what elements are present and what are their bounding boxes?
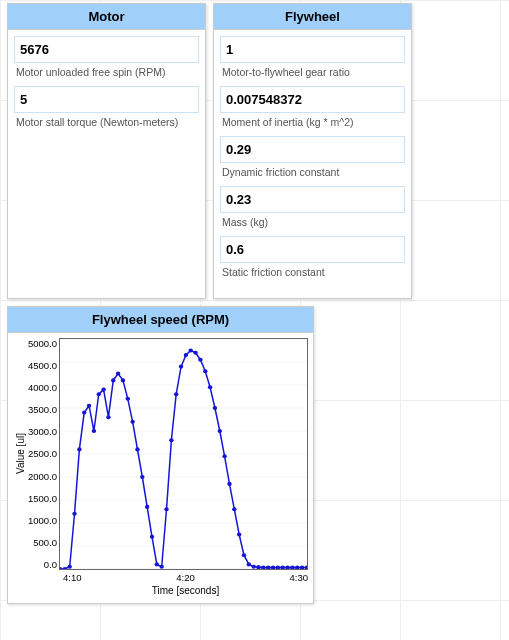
- ytick: 0.0: [44, 559, 57, 570]
- ytick: 500.0: [33, 537, 57, 548]
- svg-point-35: [174, 392, 178, 396]
- svg-point-12: [63, 567, 67, 569]
- panel-flywheel-title: Flywheel: [214, 4, 411, 30]
- svg-point-40: [198, 358, 202, 362]
- input-moment-inertia[interactable]: [220, 86, 405, 113]
- svg-point-30: [150, 535, 154, 539]
- svg-point-42: [208, 385, 212, 389]
- svg-point-34: [169, 438, 173, 442]
- ytick: 3500.0: [28, 404, 57, 415]
- svg-point-11: [60, 567, 62, 569]
- svg-point-15: [77, 447, 81, 451]
- input-dynamic-friction[interactable]: [220, 136, 405, 163]
- input-static-friction[interactable]: [220, 236, 405, 263]
- svg-point-47: [232, 507, 236, 511]
- label-motor-stall-torque: Motor stall torque (Newton-meters): [14, 116, 199, 128]
- chart-title: Flywheel speed (RPM): [8, 307, 313, 333]
- svg-point-41: [203, 369, 207, 373]
- svg-point-18: [92, 429, 96, 433]
- svg-point-36: [179, 365, 183, 369]
- panel-motor-body: Motor unloaded free spin (RPM) Motor sta…: [8, 30, 205, 142]
- svg-point-60: [295, 566, 299, 569]
- svg-point-62: [305, 566, 307, 569]
- input-gear-ratio[interactable]: [220, 36, 405, 63]
- panel-motor-title: Motor: [8, 4, 205, 30]
- svg-point-20: [101, 388, 105, 392]
- chart-bottom: 4:10 4:20 4:30 Time [seconds]: [63, 570, 308, 596]
- field-static-friction: Static friction constant: [220, 236, 405, 278]
- svg-point-59: [290, 566, 294, 569]
- xtick: 4:30: [290, 572, 309, 583]
- chart-svg: [60, 339, 307, 569]
- panel-flywheel-body: Motor-to-flywheel gear ratio Moment of i…: [214, 30, 411, 292]
- svg-point-50: [247, 562, 251, 566]
- field-motor-free-spin: Motor unloaded free spin (RPM): [14, 36, 199, 78]
- svg-point-37: [184, 353, 188, 357]
- ytick: 1500.0: [28, 493, 57, 504]
- svg-point-54: [266, 566, 270, 569]
- svg-point-13: [68, 565, 72, 569]
- svg-point-43: [213, 406, 217, 410]
- svg-point-44: [218, 429, 222, 433]
- svg-point-58: [285, 566, 289, 569]
- field-mass: Mass (kg): [220, 186, 405, 228]
- svg-point-46: [227, 482, 231, 486]
- ytick: 2500.0: [28, 448, 57, 459]
- ytick: 1000.0: [28, 515, 57, 526]
- svg-point-21: [106, 415, 110, 419]
- svg-point-32: [160, 565, 164, 569]
- svg-point-29: [145, 505, 149, 509]
- ytick: 4000.0: [28, 382, 57, 393]
- label-moment-inertia: Moment of inertia (kg * m^2): [220, 116, 405, 128]
- label-dynamic-friction: Dynamic friction constant: [220, 166, 405, 178]
- svg-point-19: [97, 392, 101, 396]
- input-mass[interactable]: [220, 186, 405, 213]
- svg-point-45: [222, 454, 226, 458]
- chart-yticks: 5000.0 4500.0 4000.0 3500.0 3000.0 2500.…: [28, 338, 59, 570]
- svg-point-52: [256, 565, 260, 569]
- svg-point-25: [126, 397, 130, 401]
- label-static-friction: Static friction constant: [220, 266, 405, 278]
- label-motor-free-spin: Motor unloaded free spin (RPM): [14, 66, 199, 78]
- svg-point-28: [140, 475, 144, 479]
- svg-point-24: [121, 378, 125, 382]
- field-dynamic-friction: Dynamic friction constant: [220, 136, 405, 178]
- svg-point-39: [193, 351, 197, 355]
- label-mass: Mass (kg): [220, 216, 405, 228]
- chart-plot-wrap: [59, 338, 308, 570]
- svg-point-16: [82, 411, 86, 415]
- svg-point-48: [237, 532, 241, 536]
- panel-chart: Flywheel speed (RPM) Value [ul] 5000.0 4…: [7, 306, 314, 604]
- xtick: 4:10: [63, 572, 82, 583]
- xtick: 4:20: [176, 572, 195, 583]
- ytick: 5000.0: [28, 338, 57, 349]
- svg-point-55: [271, 566, 275, 569]
- chart-xlabel: Time [seconds]: [63, 585, 308, 596]
- ytick: 3000.0: [28, 426, 57, 437]
- svg-point-53: [261, 566, 265, 569]
- chart-xticks: 4:10 4:20 4:30: [63, 570, 308, 583]
- svg-point-56: [276, 566, 280, 569]
- field-moment-inertia: Moment of inertia (kg * m^2): [220, 86, 405, 128]
- chart-plot[interactable]: [59, 338, 308, 570]
- chart-ylabel: Value [ul]: [13, 338, 28, 570]
- svg-point-49: [242, 553, 246, 557]
- svg-point-38: [189, 348, 193, 352]
- ytick: 2000.0: [28, 471, 57, 482]
- svg-point-57: [281, 566, 285, 569]
- svg-point-33: [164, 507, 168, 511]
- svg-point-27: [135, 447, 139, 451]
- svg-point-61: [300, 566, 304, 569]
- svg-point-17: [87, 404, 91, 408]
- ytick: 4500.0: [28, 360, 57, 371]
- panel-flywheel: Flywheel Motor-to-flywheel gear ratio Mo…: [213, 3, 412, 299]
- input-motor-free-spin[interactable]: [14, 36, 199, 63]
- label-gear-ratio: Motor-to-flywheel gear ratio: [220, 66, 405, 78]
- svg-point-51: [252, 565, 256, 569]
- svg-point-22: [111, 378, 115, 382]
- chart-area: Value [ul] 5000.0 4500.0 4000.0 3500.0 3…: [13, 338, 308, 570]
- svg-point-26: [130, 420, 134, 424]
- svg-point-14: [72, 512, 76, 516]
- input-motor-stall-torque[interactable]: [14, 86, 199, 113]
- panel-motor: Motor Motor unloaded free spin (RPM) Mot…: [7, 3, 206, 299]
